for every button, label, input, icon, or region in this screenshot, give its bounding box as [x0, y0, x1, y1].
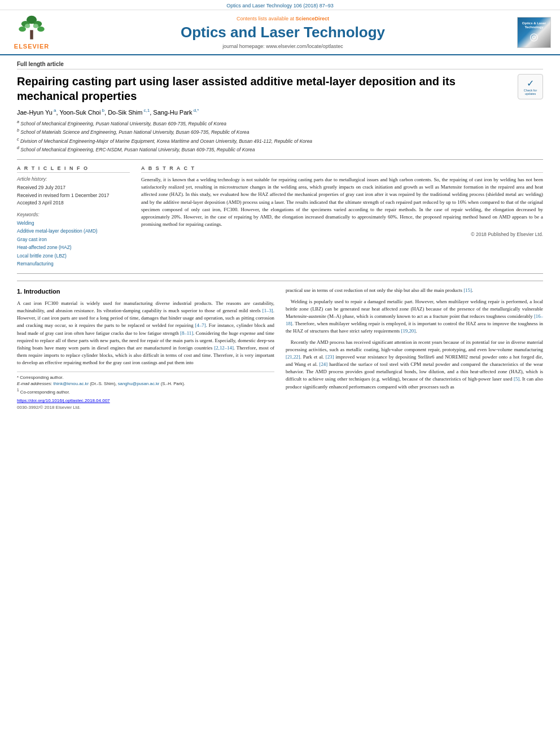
- abstract-header: A B S T R A C T: [141, 165, 543, 173]
- right-para-1: practical use in terms of cost reduction…: [286, 287, 543, 294]
- abstract-column: A B S T R A C T Generally, it is known t…: [141, 165, 543, 268]
- article-info-header: A R T I C L E I N F O: [17, 165, 130, 173]
- check-updates-badge: ✓ Check for updates: [518, 74, 543, 99]
- keywords-section: Keywords: Welding Additive metal-layer d…: [17, 212, 130, 268]
- top-bar: Optics and Laser Technology 106 (2018) 8…: [0, 0, 560, 10]
- cite-1-3: [1–3]: [262, 308, 273, 313]
- abstract-text: Generally, it is known that a welding te…: [141, 176, 543, 228]
- cite-5: [5]: [514, 376, 519, 382]
- copyright-line: © 2018 Published by Elsevier Ltd.: [141, 231, 543, 237]
- authors-line: Jae-Hyun Yu a, Yoon-Suk Choi b, Do-Sik S…: [17, 108, 543, 116]
- accepted-date: Accepted 3 April 2018: [17, 199, 130, 207]
- footnote-email: E-mail addresses: think@kmou.ac.kr (Dr.-…: [17, 381, 274, 387]
- article-info-column: A R T I C L E I N F O Article history: R…: [17, 165, 130, 268]
- svg-point-3: [19, 27, 26, 32]
- body-col-right: practical use in terms of cost reduction…: [286, 287, 543, 411]
- cite-4-7: [4–7]: [195, 322, 206, 328]
- email-link-2[interactable]: sanghu@pusan.ac.kr: [118, 381, 160, 386]
- check-badge-text: Check for updates: [518, 89, 542, 95]
- science-direct-text: ScienceDirect: [296, 16, 330, 21]
- received-date: Received 29 July 2017: [17, 184, 130, 192]
- affil-row-d: d School of Mechanical Engineering, ERC-…: [17, 145, 543, 154]
- footnote-corresponding: * Corresponding author.: [17, 374, 274, 381]
- author-2-sup: b: [100, 108, 104, 113]
- keyword-4: Heat-affected zone (HAZ): [17, 243, 130, 251]
- cite-2-12-14: [2,12–14]: [214, 345, 233, 351]
- affil-row-a: a School of Mechanical Engineering, Pusa…: [17, 119, 543, 128]
- journal-center: Contents lists available at ScienceDirec…: [54, 16, 511, 49]
- svg-point-4: [37, 27, 45, 32]
- author-4-sup: d,*: [192, 108, 199, 113]
- logo-box-text: Optics & LaserTechnology: [522, 21, 546, 29]
- affil-row-b: b School of Materials Science and Engine…: [17, 128, 543, 136]
- article-title: Repairing casting part using laser assis…: [17, 74, 512, 103]
- author-3-name: Do-Sik Shim: [108, 109, 142, 116]
- elsevier-tree-icon: [15, 15, 49, 43]
- keyword-3: Gray cast iron: [17, 235, 130, 243]
- elsevier-brand-text: ELSEVIER: [14, 43, 49, 50]
- journal-issue-text: Optics and Laser Technology 106 (2018) 8…: [226, 3, 333, 8]
- cite-8-11: [8–11]: [180, 330, 193, 336]
- footnote-co-corresponding: 1 Co-corresponding author.: [17, 387, 274, 395]
- check-badge-inner: ✓ Check for updates: [518, 74, 543, 99]
- journal-title: Optics and Laser Technology: [54, 24, 511, 41]
- journal-logo-box: Optics & LaserTechnology ◎: [517, 17, 551, 48]
- cite-15: [15]: [463, 287, 472, 293]
- cite-16-18: [16–18]: [286, 313, 543, 326]
- cite-21-22: [21,22]: [286, 354, 300, 360]
- article-info-abstract-section: A R T I C L E I N F O Article history: R…: [17, 159, 543, 274]
- author-1-sup: a: [53, 108, 56, 113]
- svg-point-6: [25, 24, 30, 28]
- logo-box-icon: ◎: [530, 30, 539, 43]
- keywords-label: Keywords:: [17, 212, 130, 217]
- intro-section-title: 1. Introduction: [17, 287, 274, 296]
- check-badge-icon: ✓: [527, 78, 534, 89]
- section-number: 1.: [17, 288, 22, 295]
- article-dates: Received 29 July 2017 Received in revise…: [17, 184, 130, 207]
- issn-line: 0030-3992/© 2018 Elsevier Ltd.: [17, 404, 274, 411]
- contents-available-text: Contents lists available at: [237, 16, 294, 21]
- author-1-name: Jae-Hyun Yu: [17, 109, 53, 116]
- right-para-3: Recently the AMD process has received si…: [286, 339, 543, 391]
- page-wrapper: Optics and Laser Technology 106 (2018) 8…: [0, 0, 560, 417]
- cite-24: [24]: [320, 361, 328, 367]
- body-two-col: 1. Introduction A cast iron FC300 materi…: [17, 287, 543, 411]
- author-4-name: Sang-Hu Park: [153, 109, 192, 116]
- doi-line: https://doi.org/10.1016/j.optlastec.2018…: [17, 397, 274, 404]
- right-para-2: Welding is popularly used to repair a da…: [286, 298, 543, 335]
- keyword-5: Local brittle zone (LBZ): [17, 252, 130, 260]
- svg-point-7: [33, 24, 38, 28]
- journal-logo-right: Optics & LaserTechnology ◎: [511, 17, 551, 48]
- article-history-label: Article history:: [17, 176, 130, 182]
- cite-23: [23]: [326, 354, 334, 360]
- article-title-section: Repairing casting part using laser assis…: [17, 74, 543, 103]
- affiliations: a School of Mechanical Engineering, Pusa…: [17, 119, 543, 154]
- author-2-name: Yoon-Suk Choi: [59, 109, 100, 116]
- author-3-sup: c,1: [142, 108, 150, 113]
- affil-row-c: c Division of Mechanical Engineering-Maj…: [17, 137, 543, 145]
- section-title-text: Introduction: [24, 288, 60, 295]
- journal-header: ELSEVIER Contents lists available at Sci…: [0, 10, 560, 55]
- footnote-section: * Corresponding author. E-mail addresses…: [17, 372, 274, 412]
- email-link-1[interactable]: think@kmou.ac.kr: [54, 381, 89, 386]
- keyword-1: Welding: [17, 219, 130, 227]
- doi-link[interactable]: https://doi.org/10.1016/j.optlastec.2018…: [17, 398, 110, 403]
- body-col-left: 1. Introduction A cast iron FC300 materi…: [17, 287, 274, 411]
- intro-para-1: A cast iron FC300 material is widely use…: [17, 300, 274, 367]
- body-section: 1. Introduction A cast iron FC300 materi…: [17, 281, 543, 411]
- svg-rect-5: [30, 30, 33, 39]
- cite-19-20: [19,20]: [401, 328, 415, 334]
- keyword-6: Remanufacturing: [17, 260, 130, 268]
- science-direct-line: Contents lists available at ScienceDirec…: [54, 16, 511, 21]
- journal-homepage: journal homepage: www.elsevier.com/locat…: [54, 43, 511, 49]
- received-revised-date: Received in revised form 1 December 2017: [17, 192, 130, 200]
- elsevier-logo: ELSEVIER: [9, 15, 54, 50]
- article-type-label: Full length article: [17, 61, 543, 69]
- keyword-2: Additive metal-layer deposition (AMD): [17, 227, 130, 235]
- article-content: Full length article Repairing casting pa…: [0, 55, 560, 417]
